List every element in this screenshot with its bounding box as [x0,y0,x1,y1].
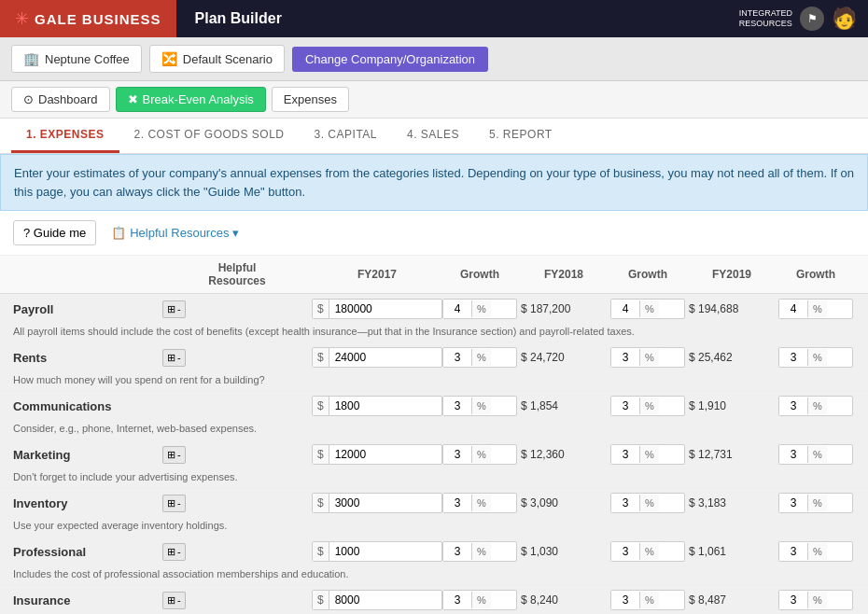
gale-icon: ✳ [15,8,29,29]
helpful-resources-link[interactable]: 📋 Helpful Resources ▾ [111,226,239,240]
fy2017-input[interactable] [329,348,423,367]
fy2018-value: $ 8,240 [517,593,610,607]
growth1-input-cell: % [442,590,517,610]
growth2-input-cell: % [610,590,685,610]
fy2019-value: $ 3,183 [685,496,778,509]
change-company-button[interactable]: Change Company/Organization [292,47,488,72]
steptab-expenses[interactable]: 1. EXPENSES [11,119,119,153]
guide-me-button[interactable]: ? Guide me [13,220,96,245]
percent-icon: % [807,300,827,317]
table-row: Inventory⊞ -$%$ 3,090%$ 3,183% [0,488,868,518]
company-nav: 🏢 Neptune Coffee 🔀 Default Scenario Chan… [0,37,868,81]
growth1-input-wrap: % [442,590,517,610]
steptab-cogs[interactable]: 2. COST OF GOODS SOLD [119,119,300,153]
th-growth2: Growth [610,268,685,281]
growth3-input-wrap: % [778,299,853,319]
fy2018-value: $ 1,854 [517,399,610,412]
fy2017-input-cell: $ [312,347,442,368]
growth2-input[interactable] [611,348,639,367]
fy2019-value: $ 1,910 [685,399,778,412]
helpful-res-button[interactable]: ⊞ - [162,592,186,609]
expense-section: Communications$%$ 1,854%$ 1,910%Consider… [0,391,868,440]
growth3-input-wrap: % [778,493,853,513]
growth3-input-wrap: % [778,444,853,465]
info-banner: Enter your estimates of your company's a… [0,154,868,211]
helpful-resources-cell: ⊞ - [162,446,312,464]
growth3-input-cell: % [778,299,853,319]
growth3-input[interactable] [779,397,807,415]
tab-expenses[interactable]: Expenses [272,87,349,112]
th-fy2017: FY2017 [312,268,442,281]
helpful-res-button[interactable]: ⊞ - [162,300,186,318]
steptab-capital[interactable]: 3. CAPITAL [300,119,392,153]
company-selector[interactable]: 🏢 Neptune Coffee [11,45,142,73]
fy2017-input-cell: $ [312,541,442,562]
fy2017-input[interactable] [329,445,423,464]
growth3-input[interactable] [779,542,807,561]
growth1-input[interactable] [443,591,471,609]
helpful-res-button[interactable]: ⊞ - [162,543,186,561]
steptab-sales[interactable]: 4. SALES [392,119,474,153]
growth3-input[interactable] [779,300,807,318]
fy2017-input[interactable] [329,542,423,561]
growth2-input[interactable] [611,494,639,512]
growth1-input-cell: % [442,444,517,465]
growth1-input-cell: % [442,493,517,513]
tab-dashboard[interactable]: ⊙ Dashboard [11,87,110,112]
fy2017-input[interactable] [329,591,423,609]
growth3-input[interactable] [779,348,807,367]
expense-label: Communications [13,399,162,413]
percent-icon: % [471,543,491,560]
growth3-input-cell: % [778,444,853,465]
tool-tabs: ⊙ Dashboard ✖ Break-Even Analysis Expens… [0,81,868,119]
growth1-input-cell: % [442,541,517,562]
expense-section: Inventory⊞ -$%$ 3,090%$ 3,183%Use your e… [0,488,868,537]
growth1-input[interactable] [443,397,471,415]
app-title: Plan Builder [176,10,739,27]
growth2-input[interactable] [611,397,639,415]
scenario-selector[interactable]: 🔀 Default Scenario [149,45,285,73]
growth3-input-cell: % [778,347,853,368]
growth1-input[interactable] [443,348,471,367]
growth1-input[interactable] [443,300,471,318]
helpful-resources-icon: 📋 [111,226,126,240]
growth1-input-wrap: % [442,541,517,562]
expense-section: Payroll⊞ -$%$ 187,200%$ 194,688%All payr… [0,294,868,342]
tab-dashboard-label: Dashboard [38,92,98,106]
fy2017-input[interactable] [329,300,423,318]
info-text: Enter your estimates of your company's a… [14,166,854,199]
percent-icon: % [807,349,827,366]
resources-icon-circle[interactable]: ⚑ [800,7,824,31]
percent-icon: % [807,495,827,511]
fy2017-input-wrap: $ [312,590,442,610]
helpful-res-button[interactable]: ⊞ - [162,349,186,367]
percent-icon: % [639,349,659,366]
table-row: Professional⊞ -$%$ 1,030%$ 1,061% [0,537,868,566]
growth1-input[interactable] [443,445,471,464]
expense-label: Marketing [13,448,162,462]
company-label: Neptune Coffee [45,52,130,66]
steptab-report[interactable]: 5. REPORT [474,119,567,153]
growth1-input-wrap: % [442,299,517,319]
user-avatar-icon[interactable]: 🧑 [832,7,857,31]
fy2017-input[interactable] [329,397,423,415]
growth2-input[interactable] [611,591,639,609]
fy2018-value: $ 187,200 [517,302,610,315]
growth1-input-cell: % [442,347,517,368]
helpful-res-button[interactable]: ⊞ - [162,495,186,512]
brand-text: GALE BUSINESS [35,11,161,27]
growth2-input[interactable] [611,542,639,561]
growth3-input[interactable] [779,591,807,609]
growth2-input[interactable] [611,445,639,464]
tab-break-even[interactable]: ✖ Break-Even Analysis [116,87,266,112]
percent-icon: % [639,398,659,414]
helpful-res-button[interactable]: ⊞ - [162,446,186,464]
growth1-input[interactable] [443,542,471,561]
integrated-resources-label: INTEGRATEDRESOURCES [739,8,792,29]
growth3-input[interactable] [779,494,807,512]
growth1-input[interactable] [443,494,471,512]
growth2-input[interactable] [611,300,639,318]
growth3-input-cell: % [778,590,853,610]
fy2017-input[interactable] [329,494,423,512]
growth3-input[interactable] [779,445,807,464]
